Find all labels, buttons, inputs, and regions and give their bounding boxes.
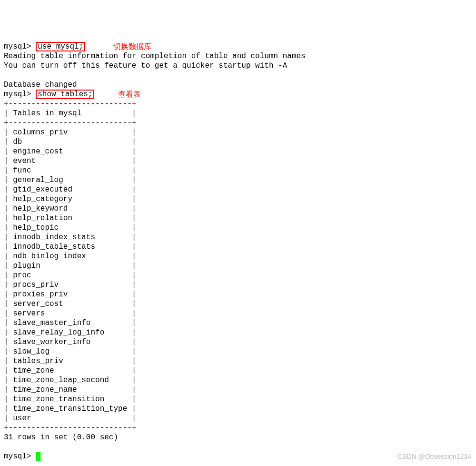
table-row: | gtid_executed | xyxy=(4,185,472,194)
watermark: CSDN @Obsession1234 xyxy=(397,452,471,461)
table-row: | procs_priv | xyxy=(4,280,472,290)
mysql-prompt: mysql> xyxy=(4,90,36,99)
table-row: | columns_priv | xyxy=(4,128,472,137)
table-row: | user | xyxy=(4,414,472,423)
table-row: | time_zone_transition | xyxy=(4,395,472,404)
table-row: | slave_master_info | xyxy=(4,318,472,328)
table-row: | ndb_binlog_index | xyxy=(4,252,472,261)
table-row: | slave_worker_info | xyxy=(4,337,472,347)
table-row: | innodb_index_stats | xyxy=(4,233,472,242)
terminal-output[interactable]: mysql> use mysql;切换数据库Reading table info… xyxy=(4,42,472,461)
cursor-icon xyxy=(36,452,40,461)
table-row: | slave_relay_log_info | xyxy=(4,328,472,337)
table-row: | proxies_priv | xyxy=(4,290,472,299)
table-row: | help_keyword | xyxy=(4,204,472,213)
table-border: +---------------------------+ xyxy=(4,99,472,109)
table-row: | engine_cost | xyxy=(4,147,472,156)
mysql-prompt: mysql> xyxy=(4,452,36,461)
output-line: Reading table information for completion… xyxy=(4,51,472,61)
table-row: | proc | xyxy=(4,271,472,280)
table-row: | func | xyxy=(4,166,472,175)
table-header: | Tables_in_mysql | xyxy=(4,109,472,118)
output-line: You can turn off this feature to get a q… xyxy=(4,61,472,71)
table-row: | slow_log | xyxy=(4,347,472,356)
table-row: | innodb_table_stats | xyxy=(4,242,472,252)
table-row: | db | xyxy=(4,137,472,147)
table-row: | time_zone_name | xyxy=(4,385,472,395)
table-row: | help_relation | xyxy=(4,213,472,223)
table-row: | help_category | xyxy=(4,194,472,204)
table-row: | tables_priv | xyxy=(4,356,472,366)
table-row: | server_cost | xyxy=(4,299,472,309)
table-row: | event | xyxy=(4,156,472,166)
table-border: +---------------------------+ xyxy=(4,118,472,128)
database-changed: Database changed xyxy=(4,80,472,90)
command-show-tables: show tables; xyxy=(36,90,94,99)
table-row: | servers | xyxy=(4,309,472,318)
table-row: | general_log | xyxy=(4,175,472,185)
table-row: | plugin | xyxy=(4,261,472,271)
command-use-mysql: use mysql; xyxy=(36,42,85,51)
prompt-line-show-tables[interactable]: mysql> show tables;查看表 xyxy=(4,90,472,99)
annotation-view-tables: 查看表 xyxy=(118,90,141,99)
table-border: +---------------------------+ xyxy=(4,423,472,433)
prompt-line-use-mysql[interactable]: mysql> use mysql;切换数据库 xyxy=(4,42,472,51)
table-row: | time_zone_leap_second | xyxy=(4,375,472,385)
result-summary: 31 rows in set (0.00 sec) xyxy=(4,433,472,442)
annotation-switch-db: 切换数据库 xyxy=(113,42,151,51)
table-row: | help_topic | xyxy=(4,223,472,233)
table-row: | time_zone | xyxy=(4,366,472,375)
table-row: | time_zone_transition_type | xyxy=(4,404,472,414)
mysql-prompt: mysql> xyxy=(4,42,36,51)
